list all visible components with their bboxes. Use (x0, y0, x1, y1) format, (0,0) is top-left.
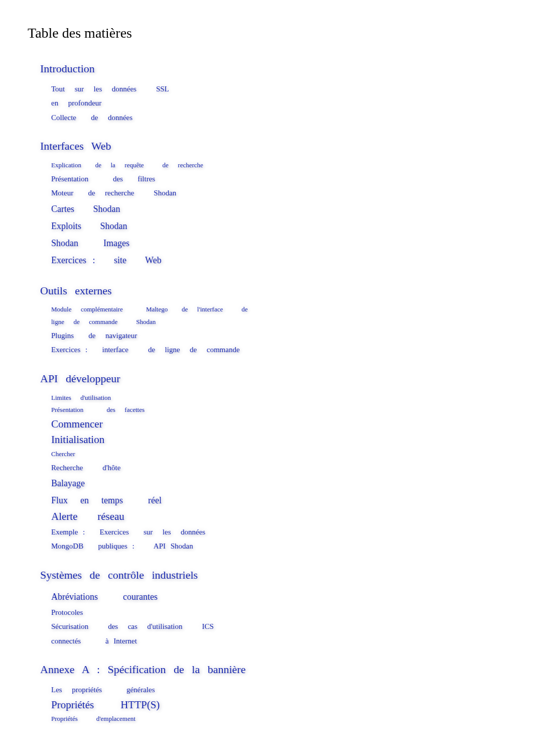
toc-item[interactable]: Propriétés HTTP(S) (51, 697, 160, 713)
toc-item[interactable]: Exemple : Exercices sur les données (51, 525, 205, 539)
toc-item[interactable]: Balayage (51, 475, 85, 492)
toc-item[interactable]: Commencer (51, 416, 103, 433)
toc-item[interactable]: connectés à Internet (51, 634, 137, 649)
toc-item[interactable]: Présentation des facettes (51, 404, 145, 416)
toc-item[interactable]: Shodan Images (51, 235, 129, 252)
toc-section-heading[interactable]: Outils externes (40, 283, 112, 299)
toc-item[interactable]: Chercher (51, 448, 75, 461)
toc-item[interactable]: Flux en temps réel (51, 492, 162, 509)
toc-section-heading[interactable]: Introduction (40, 61, 95, 77)
toc-section-heading[interactable]: Interfaces Web (40, 139, 111, 154)
toc-item[interactable]: Abréviations courantes (51, 588, 158, 605)
toc-item[interactable]: Collecte de données (51, 111, 132, 125)
toc-item[interactable]: Les propriétés générales (51, 683, 155, 697)
toc-item[interactable]: Moteur de recherche Shodan (51, 186, 176, 200)
toc-item[interactable]: Exploits Shodan (51, 218, 127, 235)
toc-item[interactable]: Plugins de navigateur (51, 329, 137, 343)
toc-item[interactable]: Présentation des filtres (51, 172, 155, 186)
toc-item[interactable]: Explication de la requête de recherche (51, 159, 203, 172)
toc-item[interactable]: ligne de commande Shodan (51, 316, 156, 329)
toc-item[interactable]: MongoDB publiques : API Shodan (51, 539, 193, 554)
toc-item[interactable]: Limites d'utilisation (51, 392, 111, 404)
toc-section-heading[interactable]: API développeur (40, 371, 120, 387)
toc-item[interactable]: Alerte réseau (51, 509, 124, 525)
toc-item[interactable]: Initialisation (51, 432, 104, 448)
toc-item[interactable]: Protocoles (51, 605, 83, 620)
toc-item[interactable]: Propriétés d'emplacement (51, 713, 136, 725)
toc-item[interactable]: en profondeur (51, 96, 101, 111)
toc-item[interactable]: Exercices : site Web (51, 252, 162, 269)
toc-item[interactable]: Module complémentaire Maltego de l'inter… (51, 303, 247, 316)
toc-item[interactable]: Recherche d'hôte (51, 461, 120, 475)
toc-item[interactable]: Cartes Shodan (51, 200, 120, 218)
toc-item[interactable]: Exercices : interface de ligne de comman… (51, 343, 240, 357)
table-of-contents: IntroductionTout sur les données SSLen p… (40, 61, 505, 725)
toc-item[interactable]: Sécurisation des cas d'utilisation ICS (51, 619, 214, 634)
toc-section-heading[interactable]: Annexe A : Spécification de la bannière (40, 662, 245, 678)
toc-item[interactable]: Tout sur les données SSL (51, 82, 169, 96)
toc-section-heading[interactable]: Systèmes de contrôle industriels (40, 568, 198, 583)
page-title: Table des matières (28, 25, 505, 41)
